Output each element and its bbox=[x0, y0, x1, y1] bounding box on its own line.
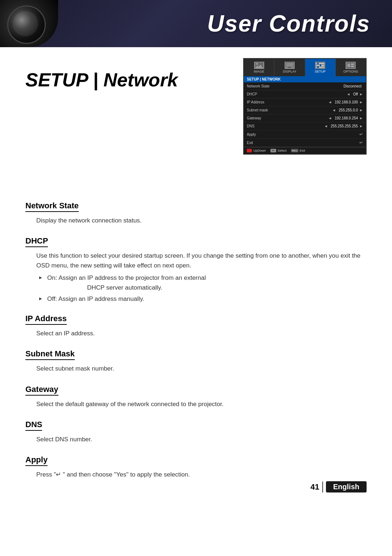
enter-button: ↵ bbox=[270, 149, 276, 152]
osd-row-subnet-label: Subnet mask bbox=[247, 108, 332, 112]
heading-apply: Apply bbox=[25, 455, 48, 466]
osd-tab-image[interactable]: IMAGE bbox=[244, 59, 274, 76]
osd-tab-options[interactable]: OPTIONS bbox=[336, 59, 366, 76]
osd-row-apply[interactable]: Apply ↵ bbox=[244, 130, 366, 139]
osd-arrow-right-subnet: ► bbox=[359, 108, 363, 112]
lens-decoration bbox=[0, 0, 58, 47]
osd-arrow-right-ip: ► bbox=[359, 100, 363, 104]
page-number: 41 bbox=[310, 482, 319, 492]
osd-footer-exit-label: Exit bbox=[300, 149, 305, 152]
osd-row-gateway-label: Gateway bbox=[247, 116, 328, 120]
osd-footer: UpDown ↵ Select Menu Exit bbox=[244, 147, 366, 154]
osd-arrow-right-dns: ► bbox=[359, 124, 363, 128]
bullet-dhcp-on-indent: DHCP server automatically. bbox=[87, 284, 162, 291]
osd-arrow-left-ip: ◄ bbox=[328, 100, 332, 104]
svg-rect-15 bbox=[351, 64, 354, 65]
page-language: English bbox=[326, 481, 367, 492]
section-network-state: Network State Display the network connec… bbox=[25, 192, 367, 225]
svg-rect-4 bbox=[286, 63, 293, 67]
page-header: User Controls bbox=[0, 0, 392, 47]
svg-point-2 bbox=[256, 63, 258, 65]
content-body: Network State Display the network connec… bbox=[25, 192, 367, 479]
osd-row-dns-value: 255.255.255.255 bbox=[331, 124, 358, 128]
osd-row-exit[interactable]: Exit ↵ bbox=[244, 139, 366, 147]
desc-ip-address: Select an IP address. bbox=[36, 328, 367, 338]
main-content: SETUP | Network IMAGE DISPLAY SET bbox=[0, 47, 392, 503]
heading-ip-address: IP Address bbox=[25, 314, 67, 325]
osd-arrow-right-gateway: ► bbox=[359, 116, 363, 120]
osd-footer-select-label: Select bbox=[278, 149, 287, 152]
osd-enter-exit: ↵ bbox=[359, 140, 363, 145]
osd-row-ip-address-value: 192.168.0.100 bbox=[335, 100, 358, 104]
osd-tab-image-label: IMAGE bbox=[245, 70, 273, 73]
osd-row-dns[interactable]: DNS ◄ 255.255.255.255 ► bbox=[244, 122, 366, 130]
osd-rows: Network State Disconnect DHCP ◄ Off ► IP… bbox=[244, 82, 366, 147]
osd-breadcrumb: SETUP | NETWORK bbox=[244, 76, 366, 82]
osd-row-ip-address[interactable]: IP Address ◄ 192.168.0.100 ► bbox=[244, 98, 366, 106]
osd-footer-exit: Menu Exit bbox=[291, 149, 305, 152]
osd-row-dns-label: DNS bbox=[247, 124, 324, 128]
setup-icon bbox=[315, 62, 325, 69]
heading-dhcp: DHCP bbox=[25, 236, 48, 247]
page-footer: 41 English bbox=[310, 481, 367, 492]
osd-tab-options-label: OPTIONS bbox=[337, 70, 364, 73]
bullet-dhcp-off: Off: Assign an IP address manually. bbox=[47, 294, 367, 304]
heading-dns: DNS bbox=[25, 420, 42, 431]
osd-row-dhcp-label: DHCP bbox=[247, 92, 347, 96]
osd-footer-updown-label: UpDown bbox=[253, 149, 266, 152]
osd-row-subnet-value: 255.255.0.0 bbox=[339, 108, 358, 112]
svg-rect-11 bbox=[320, 64, 321, 66]
svg-rect-5 bbox=[288, 67, 291, 68]
osd-row-apply-label: Apply bbox=[247, 132, 359, 136]
osd-row-exit-label: Exit bbox=[247, 141, 359, 145]
osd-footer-updown: UpDown bbox=[247, 149, 266, 152]
section-ip-address: IP Address Select an IP address. bbox=[25, 305, 367, 338]
osd-tab-setup-label: SETUP bbox=[307, 70, 334, 73]
options-icon bbox=[346, 62, 356, 69]
heading-subnet-mask: Subnet Mask bbox=[25, 349, 75, 360]
desc-dhcp: Use this function to select your desired… bbox=[36, 251, 367, 270]
heading-gateway: Gateway bbox=[25, 385, 58, 396]
menu-button: Menu bbox=[291, 149, 298, 152]
desc-subnet-mask: Select subnet mask number. bbox=[36, 364, 367, 373]
osd-row-network-state[interactable]: Network State Disconnect bbox=[244, 82, 366, 90]
image-icon bbox=[254, 62, 264, 69]
section-subnet-mask: Subnet Mask Select subnet mask number. bbox=[25, 340, 367, 373]
osd-row-ip-address-label: IP Address bbox=[247, 100, 328, 104]
osd-row-gateway-value: 192.168.0.254 bbox=[335, 116, 358, 120]
section-dhcp: DHCP Use this function to select your de… bbox=[25, 228, 367, 304]
osd-tab-setup[interactable]: SETUP bbox=[305, 59, 336, 76]
osd-row-network-state-value: Disconnect bbox=[344, 84, 362, 88]
osd-arrow-left-subnet: ◄ bbox=[332, 108, 336, 112]
osd-tab-display[interactable]: DISPLAY bbox=[274, 59, 305, 76]
desc-dns: Select DNS number. bbox=[36, 434, 367, 444]
desc-gateway: Select the default gateway of the networ… bbox=[36, 399, 367, 409]
osd-arrow-right-dhcp: ► bbox=[359, 92, 363, 96]
osd-row-dhcp-value: Off bbox=[353, 92, 358, 96]
osd-arrow-left-dns: ◄ bbox=[324, 124, 328, 128]
desc-network-state: Display the network connection status. bbox=[36, 216, 367, 225]
desc-apply: Press "↵ " and then choose "Yes" to appl… bbox=[36, 470, 367, 479]
svg-rect-16 bbox=[351, 66, 354, 67]
osd-row-gateway[interactable]: Gateway ◄ 192.168.0.254 ► bbox=[244, 114, 366, 122]
display-icon bbox=[285, 62, 295, 69]
section-gateway: Gateway Select the default gateway of th… bbox=[25, 376, 367, 409]
osd-row-dhcp[interactable]: DHCP ◄ Off ► bbox=[244, 90, 366, 98]
svg-rect-14 bbox=[347, 64, 350, 67]
red-button bbox=[247, 149, 252, 152]
osd-tab-display-label: DISPLAY bbox=[276, 70, 303, 73]
osd-panel: IMAGE DISPLAY SETUP OPTIONS bbox=[243, 58, 367, 155]
svg-rect-12 bbox=[317, 66, 319, 68]
osd-arrow-left-dhcp: ◄ bbox=[347, 92, 350, 96]
heading-network-state: Network State bbox=[25, 201, 79, 212]
osd-tabs: IMAGE DISPLAY SETUP OPTIONS bbox=[244, 59, 366, 76]
osd-arrow-left-gateway: ◄ bbox=[328, 116, 332, 120]
osd-enter-apply: ↵ bbox=[359, 132, 363, 137]
osd-row-subnet-mask[interactable]: Subnet mask ◄ 255.255.0.0 ► bbox=[244, 106, 366, 114]
bullet-dhcp-on: On: Assign an IP address to the projecto… bbox=[47, 273, 367, 293]
osd-row-network-state-label: Network State bbox=[247, 84, 342, 88]
page-title: User Controls bbox=[207, 10, 370, 37]
osd-footer-select: ↵ Select bbox=[270, 149, 287, 152]
page-divider bbox=[322, 482, 323, 492]
section-apply: Apply Press "↵ " and then choose "Yes" t… bbox=[25, 446, 367, 479]
